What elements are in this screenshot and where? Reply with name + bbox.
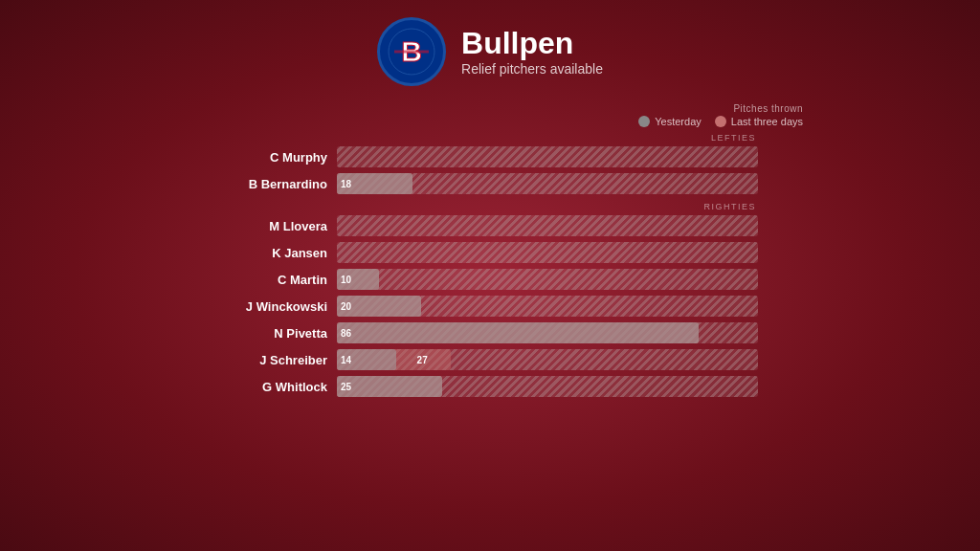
pitcher-row: B Bernardino18: [222, 173, 758, 194]
pitcher-bar-container: [337, 215, 758, 236]
legend-last3-label: Last three days: [731, 116, 803, 127]
page-header: B Bullpen Relief pitchers available: [377, 17, 603, 86]
bar-yesterday-label: 20: [341, 301, 351, 312]
pitcher-bar-container: 25: [337, 376, 758, 397]
section-lefties: LEFTIESC MurphyB Bernardino18: [222, 133, 758, 194]
pitcher-name: M Llovera: [222, 219, 337, 233]
legend-yesterday: Yesterday: [638, 116, 702, 127]
pitcher-name: B Bernardino: [222, 177, 337, 191]
pitcher-row: J Winckowski20: [222, 296, 758, 317]
legend-last3-dot: [715, 116, 726, 127]
pitcher-row: J Schreiber2714: [222, 349, 758, 370]
legend-yesterday-label: Yesterday: [655, 116, 702, 127]
pitcher-row: G Whitlock25: [222, 376, 758, 397]
bar-yesterday-label: 86: [341, 328, 351, 339]
page-title: Bullpen: [461, 27, 603, 60]
pitcher-bar-container: [337, 146, 758, 167]
bar-yesterday: 25: [337, 376, 442, 397]
bar-yesterday: 10: [337, 269, 379, 290]
page-subtitle: Relief pitchers available: [461, 61, 603, 77]
pitcher-row: C Murphy: [222, 146, 758, 167]
pitcher-bar-container: 10: [337, 269, 758, 290]
bar-last3-label: 27: [417, 355, 428, 365]
pitcher-bar-container: 20: [337, 296, 758, 317]
bar-background: [337, 146, 758, 167]
pitches-thrown-label: Pitches thrown: [733, 103, 803, 114]
bar-yesterday-label: 18: [341, 179, 351, 189]
header-text: Bullpen Relief pitchers available: [461, 27, 603, 76]
pitcher-bar-container: [337, 242, 758, 263]
bar-yesterday: 18: [337, 173, 412, 194]
pitcher-name: C Murphy: [222, 150, 337, 165]
chart-legend: Yesterday Last three days: [638, 116, 803, 127]
pitcher-name: G Whitlock: [222, 380, 337, 394]
pitcher-row: M Llovera: [222, 215, 758, 236]
section-label-0: LEFTIES: [222, 133, 758, 143]
pitcher-name: J Winckowski: [222, 299, 337, 314]
bar-yesterday-label: 25: [341, 382, 351, 392]
pitcher-name: N Pivetta: [222, 326, 337, 341]
pitcher-bar-container: 86: [337, 322, 758, 343]
pitchers-container: LEFTIESC MurphyB Bernardino18RIGHTIESM L…: [222, 133, 758, 403]
bar-yesterday-label: 10: [341, 275, 351, 285]
pitcher-row: N Pivetta86: [222, 322, 758, 343]
bar-yesterday: 20: [337, 296, 421, 317]
bar-yesterday: 86: [337, 322, 699, 343]
pitcher-row: C Martin10: [222, 269, 758, 290]
pitcher-row: K Jansen: [222, 242, 758, 263]
bar-background: [337, 269, 758, 290]
bar-background: [337, 215, 758, 236]
legend-yesterday-dot: [638, 116, 650, 127]
pitcher-bar-container: 2714: [337, 349, 758, 370]
bar-background: [337, 242, 758, 263]
legend-last3: Last three days: [715, 116, 803, 127]
section-label-1: RIGHTIES: [222, 202, 758, 211]
section-righties: RIGHTIESM LloveraK JansenC Martin10J Win…: [222, 202, 758, 397]
bar-yesterday-label: 14: [341, 355, 351, 365]
pitcher-bar-container: 18: [337, 173, 758, 194]
pitcher-name: C Martin: [222, 273, 337, 287]
pitcher-name: J Schreiber: [222, 353, 337, 367]
pitcher-name: K Jansen: [222, 246, 337, 260]
bar-yesterday: 14: [337, 349, 396, 370]
team-logo: B: [377, 17, 446, 86]
